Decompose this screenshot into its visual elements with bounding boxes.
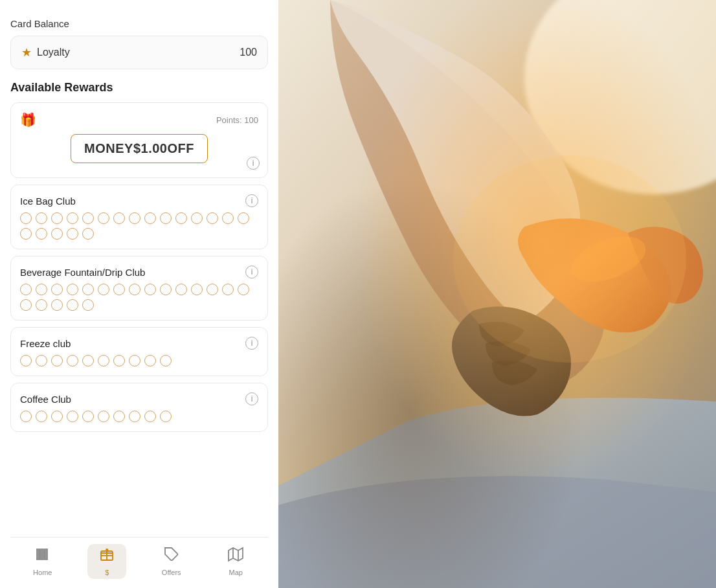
nav-item-map[interactable]: Map	[216, 544, 255, 579]
dot-1-9	[160, 284, 172, 295]
club-dots-0	[20, 212, 258, 240]
dot-2-1	[36, 355, 47, 367]
reward-card-header: 🎁 Points: 100	[20, 112, 258, 128]
svg-marker-9	[229, 548, 243, 561]
dot-0-9	[160, 212, 172, 224]
scrollable-content: Card Balance ★ Loyalty 100 Available Rew…	[10, 13, 268, 537]
dot-1-18	[67, 299, 78, 311]
photo-overlay	[278, 0, 716, 588]
dot-1-3	[67, 284, 78, 295]
dot-0-0	[20, 212, 32, 224]
dot-0-11	[191, 212, 203, 224]
dot-1-1	[36, 284, 47, 295]
dot-1-8	[144, 284, 156, 295]
right-panel	[278, 0, 716, 588]
loyalty-card-left: ★ Loyalty	[21, 45, 70, 60]
dot-2-5	[98, 355, 109, 367]
dot-1-11	[191, 284, 203, 295]
dot-3-7	[129, 411, 140, 422]
star-icon: ★	[21, 45, 32, 60]
dot-3-8	[144, 411, 156, 422]
dot-3-2	[51, 411, 63, 422]
club-dots-1	[20, 284, 258, 311]
nav-label-home: Home	[33, 569, 52, 576]
rewards-title: Available Rewards	[10, 81, 268, 95]
club-card-header-2: Freeze clubi	[20, 337, 258, 350]
dot-1-4	[82, 284, 94, 295]
club-dots-3	[20, 411, 258, 422]
dot-2-3	[67, 355, 78, 367]
loyalty-label: Loyalty	[37, 47, 70, 58]
dot-0-5	[98, 212, 109, 224]
club-name-3: Coffee Club	[20, 394, 71, 405]
loyalty-value: 100	[240, 47, 257, 58]
dot-3-5	[98, 411, 109, 422]
dot-2-6	[113, 355, 125, 367]
club-info-icon-2[interactable]: i	[245, 337, 258, 350]
money-off-container: MONEY$1.00OFF	[20, 134, 258, 168]
dot-0-13	[222, 212, 234, 224]
svg-rect-0	[37, 549, 38, 560]
nav-item-offers[interactable]: Offers	[152, 544, 191, 579]
dot-0-2	[51, 212, 63, 224]
dot-1-13	[222, 284, 234, 295]
dot-0-8	[144, 212, 156, 224]
gift-icon: 🎁	[20, 112, 36, 128]
dot-3-4	[82, 411, 94, 422]
dot-2-4	[82, 355, 94, 367]
club-card-3[interactable]: Coffee Clubi	[10, 383, 268, 432]
home-barcode-icon	[35, 547, 50, 566]
map-icon	[228, 547, 243, 566]
bottom-nav: Home $ Offers	[10, 537, 268, 588]
club-name-0: Ice Bag Club	[20, 196, 76, 207]
club-card-header-3: Coffee Clubi	[20, 392, 258, 405]
dot-1-2	[51, 284, 63, 295]
club-card-header-1: Beverage Fountain/Drip Clubi	[20, 266, 258, 278]
svg-rect-1	[39, 549, 40, 560]
dot-1-5	[98, 284, 109, 295]
dot-0-14	[238, 212, 249, 224]
dot-2-7	[129, 355, 140, 367]
reward-card[interactable]: 🎁 Points: 100 MONEY$1.00OFF i	[10, 102, 268, 178]
nav-label-offers: Offers	[162, 569, 181, 576]
photo-background	[278, 0, 716, 588]
club-card-2[interactable]: Freeze clubi	[10, 327, 268, 376]
clubs-container: Ice Bag ClubiBeverage Fountain/Drip Club…	[10, 185, 268, 432]
dot-1-19	[82, 299, 94, 311]
nav-label-map: Map	[229, 569, 243, 576]
svg-rect-4	[46, 549, 47, 560]
dot-0-15	[20, 228, 32, 240]
club-name-1: Beverage Fountain/Drip Club	[20, 267, 145, 278]
club-card-0[interactable]: Ice Bag Clubi	[10, 185, 268, 249]
dot-1-6	[113, 284, 125, 295]
dot-1-15	[20, 299, 32, 311]
dot-2-0	[20, 355, 32, 367]
dollar-gift-icon	[99, 547, 115, 566]
dot-0-18	[67, 228, 78, 240]
left-panel: Card Balance ★ Loyalty 100 Available Rew…	[0, 0, 278, 588]
dot-0-3	[67, 212, 78, 224]
club-info-icon-3[interactable]: i	[245, 392, 258, 405]
club-card-header-0: Ice Bag Clubi	[20, 194, 258, 207]
loyalty-card: ★ Loyalty 100	[10, 36, 268, 69]
offers-tag-icon	[164, 547, 179, 566]
club-dots-2	[20, 355, 258, 367]
dot-3-3	[67, 411, 78, 422]
svg-rect-3	[44, 549, 45, 560]
dot-2-2	[51, 355, 63, 367]
reward-info-icon[interactable]: i	[247, 157, 260, 170]
nav-item-dollar[interactable]: $	[87, 544, 126, 579]
dot-3-1	[36, 411, 47, 422]
dot-3-6	[113, 411, 125, 422]
dot-0-19	[82, 228, 94, 240]
card-balance-title: Card Balance	[10, 18, 268, 29]
dot-2-9	[160, 355, 172, 367]
dot-3-0	[20, 411, 32, 422]
dot-1-12	[207, 284, 218, 295]
svg-rect-2	[41, 549, 43, 560]
club-info-icon-1[interactable]: i	[245, 266, 258, 278]
club-card-1[interactable]: Beverage Fountain/Drip Clubi	[10, 256, 268, 321]
club-info-icon-0[interactable]: i	[245, 194, 258, 207]
dot-1-7	[129, 284, 140, 295]
nav-item-home[interactable]: Home	[23, 544, 62, 579]
